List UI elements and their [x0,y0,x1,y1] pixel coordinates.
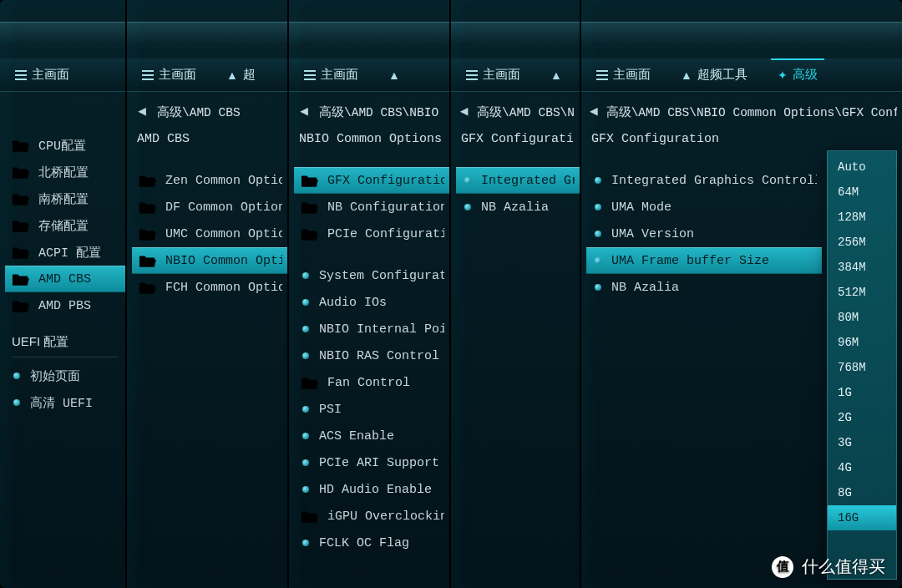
tab-label: 主画面 [613,67,651,83]
menu-item[interactable]: 南桥配置 [5,185,125,212]
rocket-icon: ▲ [681,68,692,82]
menu-item[interactable]: PCIe Configuration [294,220,449,247]
menu-item-label: 存储配置 [38,218,89,234]
menu-item[interactable]: 高清 UEFI [5,389,125,416]
tab-main[interactable]: 主画面 [289,58,373,91]
bullet-icon [595,177,601,184]
bullet-icon [302,459,309,466]
watermark-text: 什么值得买 [802,555,885,578]
folder-icon [139,227,157,241]
menu-item[interactable]: UMA Mode [586,194,822,220]
menu-item[interactable]: NB Azalia [456,194,580,220]
menu-item-label: GFX Configuration [327,174,444,188]
menu-item[interactable]: CPU配置 [5,132,125,159]
menu-item[interactable]: PCIe ARI Support [294,449,449,476]
dropdown-option[interactable]: 384M [828,255,896,280]
bullet-icon [302,486,309,493]
menu-item[interactable]: 初始页面 [5,362,125,389]
dropdown-option[interactable]: 8G [828,480,896,505]
back-icon[interactable]: ◀ [590,105,598,119]
menu-item[interactable]: Zen Common Options [132,167,287,194]
menu-item-label: 高清 UEFI [30,395,93,411]
back-icon[interactable]: ◀ [297,105,311,119]
menu-item[interactable]: ACPI 配置 [5,239,125,266]
folder-icon [301,200,319,214]
menu-item[interactable]: Audio IOs [294,289,449,316]
menu-item[interactable]: Integrated Graphi [456,167,580,194]
menu-item-label: HD Audio Enable [319,483,432,497]
menu-item-label: iGPU Overclocking [327,509,444,524]
menu-item[interactable]: System Configuration [294,262,449,289]
menu-item[interactable]: NB Azalia [586,274,822,301]
tab-main[interactable]: 主画面 [0,58,84,91]
tab-label: 主画面 [321,67,358,83]
dropdown-option[interactable]: 64M [828,180,896,205]
menu-item-label: Integrated Graphics Controller [611,174,817,188]
dropdown-option[interactable]: 128M [828,205,896,230]
dropdown-option[interactable]: 512M [828,280,896,305]
tab-oc[interactable]: ▲ [535,58,577,91]
menu-icon [466,70,478,80]
tab-oc[interactable]: ▲ [373,58,415,91]
menu-item-label: UMA Version [611,227,694,241]
menu-item[interactable]: NBIO Internal Poison [294,316,449,342]
bullet-icon [302,299,309,306]
menu-item[interactable]: DF Common Options [132,194,287,220]
tab-main[interactable]: 主画面 [127,58,211,91]
tabs: 主画面 [0,58,125,92]
bullet-icon [302,433,309,439]
menu-item-label: AMD CBS [38,272,91,286]
uma-size-dropdown[interactable]: Auto64M128M256M384M512M80M96M768M1G2G3G4… [827,150,897,580]
menu-item[interactable]: UMC Common Options [132,220,287,247]
bullet-icon [302,540,309,546]
back-icon[interactable]: ◀ [459,105,469,119]
menu-item[interactable]: iGPU Overclocking [294,503,449,530]
bullet-icon [302,272,309,279]
back-icon[interactable]: ◀ [135,105,149,119]
menu-item[interactable]: 存储配置 [5,212,125,239]
tab-oc[interactable]: ▲ 超 [211,58,271,91]
dropdown-option[interactable]: 80M [828,305,896,330]
breadcrumb: ◀ 高级\AMD CBS\NBIO Common Options\GFX Con… [590,100,897,124]
dropdown-option[interactable]: 96M [828,330,896,355]
menu-item[interactable]: 北桥配置 [5,159,125,185]
bullet-icon [595,284,601,291]
dropdown-option[interactable]: 2G [828,405,896,430]
dropdown-option[interactable]: 3G [828,430,896,455]
menu-item[interactable]: FCLK OC Flag [294,530,449,556]
menu-item[interactable]: Integrated Graphics Controller [586,167,822,194]
menu-item-label: NB Azalia [611,281,679,295]
dropdown-option[interactable]: 1G [828,380,896,405]
tab-oc[interactable]: ▲ 超频工具 [666,58,763,91]
dropdown-option[interactable]: 16G [828,505,896,530]
dropdown-option[interactable]: Auto [828,155,896,180]
menu-item[interactable]: UMA Frame buffer Size [586,247,822,274]
bios-screens: 主画面 CPU配置北桥配置南桥配置存储配置ACPI 配置AMD CBSAMD P… [0,0,902,588]
dropdown-option[interactable]: 768M [828,355,896,380]
dropdown-option[interactable]: 4G [828,455,896,480]
menu-item[interactable]: PSI [294,396,449,423]
folder-icon [139,174,157,187]
menu-item[interactable]: AMD CBS [5,266,125,292]
menu-item[interactable]: FCH Common Options [132,274,287,301]
tab-advanced[interactable]: ✦ 高级 [763,58,833,91]
tabs: 主画面 ▲ [451,58,580,92]
topgloss [451,22,580,47]
folder-icon [12,246,30,259]
menu-item[interactable]: NB Configuration [294,194,449,220]
folder-icon [139,281,157,294]
topgloss [0,22,125,47]
menu-item[interactable]: NBIO Common Options [132,247,287,274]
menu-item[interactable]: NBIO RAS Control [294,342,449,369]
menu-item[interactable]: ACS Enable [294,423,449,449]
menu-item[interactable]: GFX Configuration [294,167,449,194]
folder-icon [12,219,30,232]
tab-main[interactable]: 主画面 [451,58,535,91]
menu-item[interactable]: HD Audio Enable [294,476,449,503]
breadcrumb: ◀ 高级\AMD CBS [135,100,282,124]
menu-item[interactable]: AMD PBS [5,292,125,319]
menu-item[interactable]: UMA Version [586,220,822,247]
menu-item[interactable]: Fan Control [294,369,449,396]
tab-main[interactable]: 主画面 [581,58,666,91]
dropdown-option[interactable]: 256M [828,230,896,255]
